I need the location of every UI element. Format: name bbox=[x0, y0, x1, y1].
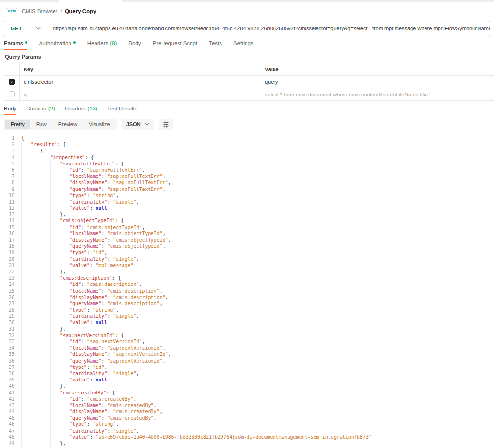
param-value-cell[interactable]: query bbox=[261, 76, 494, 88]
params-table-header: Key Value bbox=[4, 63, 494, 76]
url-input[interactable]: https://api-sdm-di.cfapps.eu20.hana.onde… bbox=[47, 21, 490, 36]
tab-body[interactable]: Body bbox=[128, 41, 141, 50]
indent-guide bbox=[41, 377, 50, 383]
code-tokens: "id": "cmis:createdBy", bbox=[69, 396, 137, 402]
breadcrumb-request-name[interactable]: Query Copy bbox=[65, 8, 96, 14]
param-checkbox[interactable]: ✓ bbox=[4, 76, 20, 88]
code-line: 36"queryName": "sap:nextVersionId", bbox=[0, 358, 494, 364]
view-raw-button[interactable]: Raw bbox=[30, 120, 53, 129]
code-tokens: "id": "cmis:description", bbox=[69, 281, 142, 287]
line-number: 48 bbox=[0, 434, 14, 440]
param-key-cell[interactable]: q bbox=[20, 88, 261, 100]
wrap-lines-button[interactable] bbox=[159, 119, 173, 130]
indent-guide bbox=[31, 294, 41, 300]
indent-guide bbox=[41, 370, 50, 377]
response-body-viewer[interactable]: 1{2"results": [3{4"properties": {5"sap:n… bbox=[0, 133, 494, 447]
code-tokens: "cardinality": "single", bbox=[69, 428, 139, 434]
token-k: "queryName" bbox=[69, 301, 101, 306]
indent-guide bbox=[41, 351, 50, 357]
tab-tests[interactable]: Tests bbox=[209, 41, 222, 50]
code-line: 33"id": "sap:nextVersionId", bbox=[0, 339, 494, 345]
token-p: { bbox=[41, 148, 43, 153]
indent-guide bbox=[60, 307, 69, 313]
indent-guide bbox=[50, 224, 60, 231]
code-tokens: "id": "cmis:objectTypeId", bbox=[69, 224, 145, 231]
token-p: , bbox=[165, 295, 168, 300]
indent-guide bbox=[21, 434, 31, 440]
indent-guide bbox=[21, 390, 31, 396]
token-s: "cmis:createdBy" bbox=[87, 396, 133, 402]
token-p: : { bbox=[85, 155, 94, 160]
indent-guide bbox=[41, 421, 50, 427]
view-pretty-button[interactable]: Pretty bbox=[5, 120, 30, 129]
token-p: { bbox=[21, 136, 24, 141]
code-line: 18"queryName": "cmis:objectTypeId", bbox=[0, 243, 494, 249]
tab-authorization[interactable]: Authorization bbox=[39, 41, 76, 50]
tab-settings[interactable]: Settings bbox=[233, 41, 254, 50]
indent-guide bbox=[41, 390, 50, 396]
code-tokens: "type": "string", bbox=[69, 192, 119, 199]
param-checkbox[interactable] bbox=[4, 88, 20, 100]
indent-guide bbox=[21, 339, 31, 345]
param-key-cell[interactable]: cmisselector bbox=[20, 76, 261, 88]
json-format-dropdown[interactable]: JSON bbox=[122, 119, 154, 130]
indent-guide bbox=[50, 313, 60, 319]
indent-guide bbox=[41, 256, 50, 262]
token-k: "results" bbox=[31, 142, 57, 147]
token-p: : bbox=[87, 250, 93, 255]
code-line: 19"type": "id", bbox=[0, 249, 494, 256]
view-visualize-button[interactable]: Visualize bbox=[83, 120, 116, 129]
indent-guide bbox=[50, 434, 60, 440]
tab-label: Cookies bbox=[26, 106, 46, 111]
token-p: , bbox=[142, 339, 145, 344]
code-tokens: "value": null bbox=[69, 319, 107, 326]
app-tab-area bbox=[122, 0, 494, 2]
token-p: : bbox=[101, 358, 107, 364]
tab-pre-request-script[interactable]: Pre-request Script bbox=[153, 41, 198, 50]
code-line: 30"value": null bbox=[0, 319, 494, 326]
indent-guide bbox=[41, 326, 50, 332]
indent-guide bbox=[41, 440, 50, 447]
app-tab-active[interactable] bbox=[59, 0, 122, 2]
indent-guide bbox=[31, 167, 41, 173]
method-selector[interactable]: GET bbox=[4, 21, 47, 36]
indent-guide bbox=[21, 421, 31, 427]
code-line: 16"localName": "cmis:objectTypeId", bbox=[0, 231, 494, 237]
indent-guide bbox=[21, 294, 31, 300]
tab-params[interactable]: Params bbox=[4, 41, 27, 50]
indent-guide bbox=[41, 243, 50, 249]
token-s: "string" bbox=[93, 307, 116, 312]
tab-headers[interactable]: Headers(13) bbox=[65, 106, 97, 115]
tab-body[interactable]: Body bbox=[4, 106, 16, 115]
token-p: : bbox=[90, 320, 96, 325]
indent-guide bbox=[60, 294, 69, 300]
code-line: 38"cardinality": "single", bbox=[0, 370, 494, 377]
tab-cookies[interactable]: Cookies(2) bbox=[26, 106, 55, 115]
param-value-cell[interactable]: select * from cmis:document where cmis:c… bbox=[261, 88, 494, 100]
indent-guide bbox=[60, 179, 69, 186]
code-tokens: "cardinality": "single", bbox=[69, 370, 139, 377]
indent-guide bbox=[60, 249, 69, 256]
breadcrumb-collection[interactable]: CMIS Browser bbox=[22, 8, 57, 14]
token-s: "cmis:description" bbox=[107, 288, 159, 294]
code-tokens: "queryName": "cmis:createdBy", bbox=[69, 415, 157, 421]
indent-guide bbox=[31, 269, 41, 275]
app-tab-inactive[interactable] bbox=[0, 0, 59, 2]
code-line: 45"queryName": "cmis:createdBy", bbox=[0, 415, 494, 421]
indent-guide bbox=[31, 421, 41, 427]
indent-guide bbox=[41, 288, 50, 294]
indent-guide bbox=[41, 173, 50, 179]
tab-test-results[interactable]: Test Results bbox=[107, 106, 137, 115]
line-number: 23 bbox=[0, 275, 14, 281]
code-line: 11"cardinality": "single", bbox=[0, 199, 494, 205]
token-k: "type" bbox=[69, 307, 87, 312]
view-preview-button[interactable]: Preview bbox=[53, 120, 83, 129]
indent-guide bbox=[60, 345, 69, 351]
indent-guide bbox=[31, 351, 41, 357]
token-k: "id" bbox=[69, 225, 81, 230]
tab-headers[interactable]: Headers(9) bbox=[87, 41, 117, 50]
code-line: 20"cardinality": "single", bbox=[0, 256, 494, 262]
token-s: "cmis:description" bbox=[87, 282, 139, 287]
indent-guide bbox=[41, 167, 50, 173]
indent-guide bbox=[21, 192, 31, 199]
